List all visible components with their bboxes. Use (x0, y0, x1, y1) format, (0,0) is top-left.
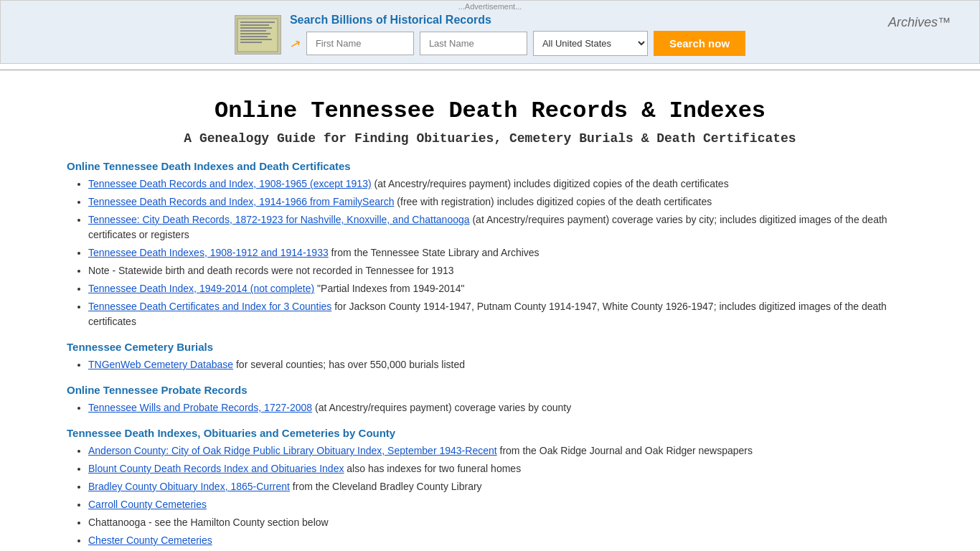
list-item: Tennessee Wills and Probate Records, 172… (88, 400, 913, 415)
link-anderson-county[interactable]: Anderson County: City of Oak Ridge Publi… (88, 445, 497, 456)
link-tn-death-3counties[interactable]: Tennessee Death Certificates and Index f… (88, 301, 331, 312)
ad-text-section: Search Billions of Historical Records ↗ … (290, 14, 745, 56)
list-item: Bradley County Obituary Index, 1865-Curr… (88, 479, 913, 494)
ad-last-name-input[interactable] (420, 32, 527, 55)
link-tn-death-1914[interactable]: Tennessee Death Records and Index, 1914-… (88, 196, 394, 207)
list-item-desc: (free with registration) includes digiti… (397, 196, 712, 207)
list-item: Tennessee: City Death Records, 1872-1923… (88, 212, 913, 242)
link-bradley-county[interactable]: Bradley County Obituary Index, 1865-Curr… (88, 481, 290, 492)
page-title: Online Tennessee Death Records & Indexes (67, 98, 913, 124)
link-chester-county[interactable]: Chester County Cemeteries (88, 534, 212, 546)
list-item: Tennessee Death Records and Index, 1914-… (88, 194, 913, 209)
section-heading-cemetery: Tennessee Cemetery Burials (67, 341, 913, 353)
link-carroll-county[interactable]: Carroll County Cemeteries (88, 499, 207, 510)
county-list: Anderson County: City of Oak Ridge Publi… (67, 443, 913, 548)
list-item-desc: also has indexes for two funeral homes (347, 463, 521, 474)
link-tngen-cemetery[interactable]: TNGenWeb Cemetery Database (88, 359, 233, 370)
svg-rect-3 (240, 27, 272, 29)
section-heading-death-indexes: Online Tennessee Death Indexes and Death… (67, 160, 913, 172)
link-tn-city-death[interactable]: Tennessee: City Death Records, 1872-1923… (88, 214, 470, 225)
link-blount-county[interactable]: Blount County Death Records Index and Ob… (88, 463, 344, 474)
ad-state-select[interactable]: All United States United States (533, 31, 648, 56)
archives-logo: Archives™ (888, 15, 951, 30)
list-item: Chester County Cemeteries (88, 533, 913, 548)
header-divider (0, 70, 980, 70)
list-item-desc: (at Ancestry/requires payment) coverage … (315, 402, 571, 413)
probate-list: Tennessee Wills and Probate Records, 172… (67, 400, 913, 415)
list-item-note: Note - Statewide birth and death records… (88, 265, 454, 276)
svg-rect-7 (240, 39, 272, 40)
svg-rect-2 (240, 24, 269, 26)
main-content: Online Tennessee Death Records & Indexes… (24, 76, 956, 551)
list-item: TNGenWeb Cemetery Database for several c… (88, 357, 913, 372)
list-item: Blount County Death Records Index and Ob… (88, 461, 913, 476)
svg-rect-8 (240, 42, 262, 43)
svg-rect-0 (237, 19, 278, 52)
advertisement-banner: ...Advertisement... Search Billions of H… (0, 0, 980, 64)
list-item-chattanooga: Chattanooga - see the Hamilton County se… (88, 517, 329, 528)
ad-label: ...Advertisement... (458, 2, 522, 11)
section-by-county: Tennessee Death Indexes, Obituaries and … (67, 427, 913, 548)
list-item-desc: from the Oak Ridge Journal and Oak Ridge… (500, 445, 753, 456)
section-probate: Online Tennessee Probate Records Tenness… (67, 384, 913, 415)
cemetery-list: TNGenWeb Cemetery Database for several c… (67, 357, 913, 372)
ad-first-name-input[interactable] (306, 32, 414, 55)
svg-rect-6 (240, 36, 268, 37)
page-subtitle: A Genealogy Guide for Finding Obituaries… (67, 131, 913, 146)
ad-inputs: ↗ All United States United States Search… (290, 31, 745, 56)
section-cemetery: Tennessee Cemetery Burials TNGenWeb Ceme… (67, 341, 913, 372)
list-item: Note - Statewide birth and death records… (88, 263, 913, 278)
list-item: Tennessee Death Certificates and Index f… (88, 299, 913, 329)
section-heading-by-county: Tennessee Death Indexes, Obituaries and … (67, 427, 913, 439)
ad-arrow-icon: ↗ (288, 34, 302, 52)
ad-thumbnail (235, 15, 281, 55)
list-item: Chattanooga - see the Hamilton County se… (88, 515, 913, 530)
ad-search-button[interactable]: Search now (654, 31, 745, 56)
list-item: Tennessee Death Indexes, 1908-1912 and 1… (88, 245, 913, 260)
death-indexes-list: Tennessee Death Records and Index, 1908-… (67, 176, 913, 329)
link-tn-death-indexes[interactable]: Tennessee Death Indexes, 1908-1912 and 1… (88, 247, 329, 258)
svg-rect-4 (240, 30, 266, 32)
list-item-desc: from the Cleveland Bradley County Librar… (293, 481, 482, 492)
list-item-desc: from the Tennessee State Library and Arc… (331, 247, 540, 258)
ad-title: Search Billions of Historical Records (290, 14, 745, 27)
link-tn-wills[interactable]: Tennessee Wills and Probate Records, 172… (88, 402, 312, 413)
section-heading-probate: Online Tennessee Probate Records (67, 384, 913, 396)
svg-rect-1 (240, 22, 275, 23)
list-item: Tennessee Death Records and Index, 1908-… (88, 176, 913, 192)
list-item: Carroll County Cemeteries (88, 497, 913, 512)
list-item: Tennessee Death Index, 1949-2014 (not co… (88, 281, 913, 296)
link-tn-death-index-1949[interactable]: Tennessee Death Index, 1949-2014 (not co… (88, 283, 314, 294)
list-item: Anderson County: City of Oak Ridge Publi… (88, 443, 913, 458)
list-item-desc: "Partial Indexes from 1949-2014" (317, 283, 464, 294)
ad-content: Search Billions of Historical Records ↗ … (235, 14, 745, 56)
link-tn-death-1908[interactable]: Tennessee Death Records and Index, 1908-… (88, 178, 372, 189)
svg-rect-5 (240, 33, 270, 34)
list-item-desc: (at Ancestry/requires payment) includes … (374, 178, 729, 189)
list-item-desc: for several counties; has over 550,000 b… (236, 359, 465, 370)
section-death-indexes: Online Tennessee Death Indexes and Death… (67, 160, 913, 329)
